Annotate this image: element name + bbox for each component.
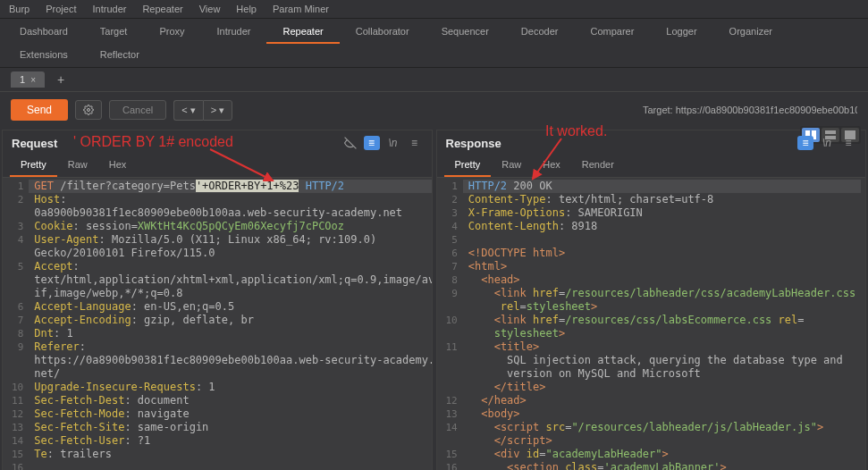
main-tab[interactable]: Repeater	[266, 21, 339, 44]
main-tab[interactable]: Target	[84, 21, 144, 44]
response-editor[interactable]: 1234567891011121314151617 HTTP/2 200 OKC…	[437, 178, 866, 470]
editor-tab[interactable]: Pretty	[10, 154, 57, 177]
menu-item[interactable]: Project	[46, 4, 76, 14]
add-tab-button[interactable]: +	[52, 72, 70, 87]
newline-icon[interactable]: \n	[385, 136, 401, 150]
pretty-toggle-icon[interactable]: ≡	[797, 136, 813, 150]
settings-button[interactable]	[75, 100, 102, 120]
editor-tab[interactable]: Hex	[98, 154, 138, 177]
main-tab[interactable]: Extensions	[4, 44, 84, 65]
main-tab[interactable]: Comparer	[574, 21, 650, 44]
cancel-button[interactable]: Cancel	[109, 100, 166, 120]
send-button[interactable]: Send	[11, 99, 68, 121]
menu-item[interactable]: Param Miner	[273, 4, 329, 14]
main-tab[interactable]: Sequencer	[426, 21, 505, 44]
newline-icon[interactable]: \n	[819, 136, 835, 150]
editor-tab[interactable]: Render	[571, 154, 625, 177]
repeater-tabstrip: 1 × +	[0, 68, 868, 92]
history-forward-button[interactable]: > ▾	[203, 100, 232, 121]
main-toolbar: DashboardTargetProxyIntruderRepeaterColl…	[0, 18, 868, 68]
editor-tab[interactable]: Raw	[57, 154, 98, 177]
action-bar: Send Cancel < ▾ > ▾ Target: https://0a89…	[0, 92, 868, 128]
main-tab[interactable]: Logger	[650, 21, 712, 44]
main-tab[interactable]: Decoder	[505, 21, 575, 44]
close-icon[interactable]: ×	[30, 75, 36, 85]
editor-tab[interactable]: Hex	[532, 154, 571, 177]
editor-tab[interactable]: Pretty	[444, 154, 492, 177]
menu-icon[interactable]: ≡	[407, 136, 423, 150]
request-editor[interactable]: 12345678910111213141516 GET /filter?cate…	[3, 178, 432, 470]
main-tab[interactable]: Reflector	[84, 44, 156, 65]
svg-point-0	[88, 109, 90, 112]
main-tab[interactable]: Proxy	[143, 21, 200, 44]
response-title: Response	[446, 137, 501, 150]
pretty-toggle-icon[interactable]: ≡	[364, 136, 380, 150]
request-pane: Request ≡ \n ≡ PrettyRawHex 123456789101…	[2, 130, 433, 470]
response-tabs: PrettyRawHexRender	[437, 150, 866, 178]
main-tab[interactable]: Dashboard	[4, 21, 84, 44]
repeater-tab-label: 1	[20, 74, 25, 85]
menu-item[interactable]: Burp	[9, 4, 29, 14]
main-tab[interactable]: Collaborator	[340, 21, 426, 44]
hide-icon[interactable]	[342, 136, 358, 150]
history-back-button[interactable]: < ▾	[173, 100, 202, 121]
request-title: Request	[12, 137, 57, 150]
menu-item[interactable]: Help	[236, 4, 257, 14]
menu-icon[interactable]: ≡	[840, 136, 856, 150]
menu-item[interactable]: Intruder	[93, 4, 127, 14]
menubar: BurpProjectIntruderRepeaterViewHelpParam…	[0, 0, 868, 18]
menu-item[interactable]: View	[199, 4, 221, 14]
repeater-tab[interactable]: 1 ×	[11, 71, 45, 88]
request-tabs: PrettyRawHex	[3, 150, 432, 178]
main-tab[interactable]: Organizer	[713, 21, 788, 44]
main-tab[interactable]: Intruder	[201, 21, 267, 44]
response-pane: Response ≡ \n ≡ PrettyRawHexRender 12345…	[436, 130, 867, 470]
editor-tab[interactable]: Raw	[491, 154, 532, 177]
target-label[interactable]: Target: https://0a8900b90381f1ec80909ebe…	[643, 105, 857, 115]
menu-item[interactable]: Repeater	[142, 4, 182, 14]
